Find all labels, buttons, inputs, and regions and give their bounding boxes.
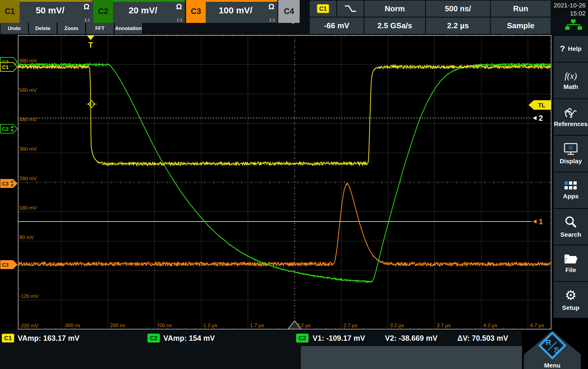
channel-offset-flag-c3[interactable]: C3 [0, 179, 18, 188]
sidebar-item-math[interactable]: f(x) Math [554, 62, 588, 98]
search-icon [564, 216, 578, 229]
references-label: References [554, 120, 587, 128]
channel-tab-c4[interactable]: C4 [278, 0, 300, 23]
channel-tab-c2[interactable]: C2 [93, 0, 113, 23]
cursor-results-group[interactable]: C2 V1: -109.17 mV V2: -38.669 mV ΔV: 70.… [296, 330, 508, 346]
channel-settings-c1[interactable]: 50 mV/ Ω 1:1 [20, 0, 92, 23]
trigger-source-cell[interactable]: C1 [310, 1, 336, 17]
sidebar-item-setup[interactable]: ⚙ Setup [554, 282, 588, 318]
datetime-display: 2021-10-26 15:02 [551, 1, 586, 17]
svg-text:3.7 µs: 3.7 µs [437, 323, 451, 328]
svg-text:3.2 µs: 3.2 µs [390, 323, 404, 328]
c2-scale: 20 mV/ [113, 5, 173, 15]
channel-offset-flag-c3[interactable]: C3 [0, 260, 18, 269]
setup-gear-icon: ⚙ [565, 289, 576, 302]
falling-edge-icon [344, 4, 357, 13]
svg-text:1.2 µs: 1.2 µs [203, 323, 217, 328]
trigger-level-cell[interactable]: -66 mV [310, 18, 364, 34]
c2-badge: C2 [147, 334, 160, 343]
display-monitor-icon: ⚙ [563, 143, 578, 155]
sidebar-item-references[interactable]: References [554, 99, 588, 135]
c1-badge: C1 [2, 334, 14, 343]
trigger-level-value: -66 mV [324, 21, 349, 30]
trigger-slope-cell[interactable] [337, 1, 364, 17]
measurement-vamp-c2[interactable]: C2 VAmp: 154 mV [147, 330, 215, 346]
c3-coupling: Ω [268, 2, 274, 11]
timebase-cell[interactable]: 500 ns/ [426, 1, 490, 17]
channel-tab-c1[interactable]: C1 [0, 0, 20, 23]
time-value: 15:02 [551, 9, 586, 17]
c1-scale: 50 mV/ [20, 5, 81, 15]
trigger-position-marker[interactable] [87, 36, 94, 40]
cursor-dv-value: ΔV: 70.503 mV [457, 334, 508, 343]
zoom-label: Zoom [65, 26, 78, 32]
apps-label: Apps [563, 193, 579, 200]
trace-c3[interactable] [18, 183, 551, 266]
apps-grid-icon [564, 181, 578, 190]
measurement-vamp-c1[interactable]: C1 VAmp: 163.17 mV [2, 330, 80, 346]
trigger-mode-value: Norm [385, 4, 405, 13]
setup-label: Setup [562, 304, 579, 311]
rohde-schwarz-logo-icon: R S [535, 332, 570, 362]
date-value: 2021-10-26 [551, 1, 586, 9]
display-label: Display [560, 158, 582, 165]
trace-c2-fuzz [18, 63, 551, 282]
timebase-value: 500 ns/ [445, 4, 471, 13]
help-label: Help [568, 45, 582, 52]
channel-bar-filler [301, 346, 522, 369]
c2-coupling: Ω [176, 2, 182, 11]
c3-probe: 1:1 [269, 18, 275, 22]
cursor-label-1: 1 [539, 217, 543, 226]
c3-scale: 100 mV/ [206, 5, 265, 15]
channel-settings-c2[interactable]: 20 mV/ Ω 1:1 [113, 0, 185, 23]
svg-text:4.2 µs: 4.2 µs [483, 323, 497, 328]
menu-button[interactable]: R S Menu [535, 332, 570, 369]
vamp-c2-value: VAmp: 154 mV [163, 334, 215, 343]
trigger-level-flag-label: TL [538, 102, 545, 109]
svg-text:200 ns: 200 ns [110, 323, 125, 328]
svg-text:280 mV: 280 mV [19, 176, 37, 181]
svg-text:S: S [554, 346, 559, 354]
svg-text:C1: C1 [2, 65, 9, 70]
svg-text:80 mV: 80 mV [19, 235, 34, 240]
svg-text:480 mV: 480 mV [19, 117, 37, 123]
sidebar-item-display[interactable]: ⚙ Display [554, 136, 588, 172]
file-label: File [565, 266, 576, 274]
acquisition-state-cell[interactable]: Run [491, 1, 551, 17]
cursor-arrow-1[interactable] [533, 219, 537, 224]
sidebar-item-help[interactable]: ? Help [554, 36, 588, 62]
menu-label: Menu [535, 362, 570, 369]
sidebar-item-apps[interactable]: Apps [554, 172, 588, 208]
sidebar-item-search[interactable]: Search [554, 209, 588, 245]
svg-text:-300 ns: -300 ns [63, 323, 80, 328]
cursor-arrow-2[interactable] [533, 116, 537, 120]
acquisition-mode-cell[interactable]: Sample [491, 18, 551, 34]
sample-rate-cell[interactable]: 2.5 GSa/s [364, 18, 425, 34]
horizontal-position-cell[interactable]: 2.2 µs [426, 18, 490, 34]
channel-offset-flag-c2[interactable]: C2 [0, 124, 18, 133]
cursor-channel-badge: C2 [296, 334, 309, 343]
svg-text:⚙: ⚙ [568, 145, 573, 151]
trace-c1[interactable] [18, 65, 551, 166]
help-icon: ? [560, 44, 565, 54]
network-status-icon [564, 19, 582, 31]
cursor-v2-value: V2: -38.669 mV [385, 334, 438, 343]
svg-text:2.7 µs: 2.7 µs [343, 323, 357, 328]
oscilloscope-screen: { "header": { "toolbar": [ {"id":"undo",… [0, 0, 588, 369]
svg-text:C3: C3 [2, 262, 9, 268]
trace-c2[interactable] [18, 63, 551, 282]
svg-text:-120 mV: -120 mV [19, 293, 39, 299]
trace-c1-fuzz [18, 65, 551, 166]
waveform-display[interactable]: 680 mV580 mV480 mV380 mV280 mV180 mV80 m… [18, 35, 551, 329]
svg-text:580 mV: 580 mV [19, 87, 37, 93]
delete-label: Delete [35, 26, 50, 32]
svg-text:1.7 µs: 1.7 µs [250, 323, 264, 328]
sidebar-item-file[interactable]: File [554, 245, 588, 281]
channel-tab-c3[interactable]: C3 [186, 0, 206, 23]
channel-settings-c3[interactable]: 100 mV/ Ω 1:1 [206, 0, 277, 23]
trigger-mode-cell[interactable]: Norm [364, 1, 425, 17]
acquisition-mode-value: Sample [507, 21, 534, 30]
svg-text:180 mV: 180 mV [19, 205, 37, 211]
c2-probe: 1:1 [177, 18, 183, 22]
trace-c3-fuzz [18, 183, 551, 266]
